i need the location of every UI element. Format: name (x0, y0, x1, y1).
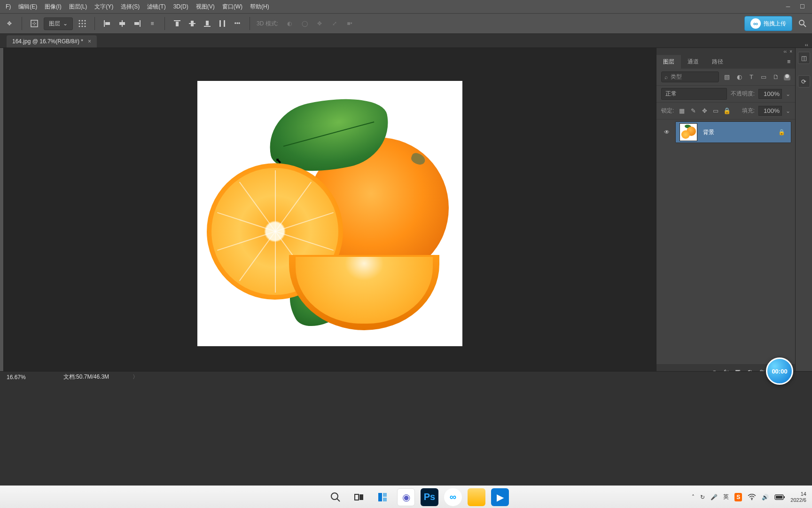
menu-layer[interactable]: 图层(L) (65, 1, 91, 13)
tab-paths[interactable]: 路径 (705, 55, 730, 69)
tab-layers[interactable]: 图层 (656, 55, 681, 69)
tab-channels[interactable]: 通道 (681, 55, 705, 69)
zoom-level[interactable]: 16.67% (7, 374, 26, 381)
filter-shape-icon[interactable]: ▭ (759, 73, 768, 81)
auto-select-layer-dropdown[interactable]: 图层 ⌄ (44, 17, 73, 30)
ime-indicator[interactable]: 英 (723, 493, 729, 501)
menu-window[interactable]: 窗口(W) (219, 1, 246, 13)
screen-recorder-badge[interactable]: 00:00 (766, 357, 793, 385)
opacity-flyout-icon[interactable]: ⌄ (786, 91, 790, 97)
lock-transparency-icon[interactable]: ▦ (678, 107, 686, 115)
baidu-app-icon[interactable]: ∞ (444, 488, 462, 506)
tray-chevron-icon[interactable]: ˄ (692, 494, 695, 500)
svg-point-26 (331, 493, 338, 500)
taskbar-clock[interactable]: 14 2022/6 (790, 491, 806, 502)
menu-select[interactable]: 选择(S) (117, 1, 143, 13)
photoshop-app-icon[interactable]: Ps (421, 488, 438, 506)
roll-3d-icon[interactable]: ◯ (299, 18, 310, 29)
opacity-input[interactable] (758, 89, 782, 99)
align-bottom-icon[interactable] (202, 18, 213, 29)
align-center-h-icon[interactable] (117, 18, 128, 29)
search-icon[interactable] (797, 18, 808, 29)
battery-icon[interactable] (774, 494, 785, 500)
document-tab[interactable]: 164.jpg @ 16.7%(RGB/8#) * × (7, 35, 97, 48)
start-button[interactable] (303, 488, 321, 506)
libraries-icon[interactable]: ◫ (798, 52, 810, 64)
layers-panel: ‹‹ × 图层 通道 路径 ≡ ⌕ 类型 ▧ ◐ T ▭ 🗋 正常 不透 (656, 48, 795, 379)
status-bar: 16.67% 文档:50.7M/46.3M 〉 (0, 371, 812, 382)
pan-3d-icon[interactable]: ✥ (314, 18, 325, 29)
align-left-icon[interactable] (102, 18, 113, 29)
filter-text-icon[interactable]: T (747, 73, 756, 81)
align-center-v-icon[interactable] (187, 18, 198, 29)
scale-3d-icon[interactable]: ■• (344, 18, 355, 29)
chat-app-icon[interactable]: ◉ (397, 488, 415, 506)
more-options-icon[interactable]: ••• (232, 18, 243, 29)
filter-adjustment-icon[interactable]: ◐ (735, 73, 743, 81)
status-chevron-icon[interactable]: 〉 (133, 373, 138, 381)
auto-select-icon[interactable] (29, 18, 40, 29)
orbit-3d-icon[interactable]: ◐ (284, 18, 295, 29)
panel-close-icon[interactable]: × (789, 49, 792, 54)
adjustments-panel-icon[interactable]: ⟳ (798, 75, 810, 87)
filter-pixel-icon[interactable]: ▧ (723, 73, 731, 81)
align-distribute-icon[interactable]: ≡ (147, 18, 158, 29)
filter-toggle-switch[interactable] (784, 74, 790, 80)
layer-thumbnail[interactable] (679, 123, 697, 141)
microphone-icon[interactable]: 🎤 (710, 494, 718, 500)
volume-icon[interactable]: 🔊 (762, 494, 769, 500)
blend-mode-select[interactable]: 正常 (661, 88, 727, 100)
svg-point-7 (79, 26, 80, 27)
menu-text[interactable]: 文字(Y) (91, 1, 117, 13)
menu-image[interactable]: 图像(I) (41, 1, 65, 13)
panel-collapse-icon[interactable]: ‹‹ (783, 49, 787, 54)
menu-edit[interactable]: 编辑(E) (15, 1, 41, 13)
cloud-upload-button[interactable]: ∞ 拖拽上传 (744, 16, 792, 31)
widgets-icon[interactable] (374, 488, 391, 506)
workspace: ⬉ ‹‹ × 图层 通道 路径 ≡ ⌕ 类型 ▧ ◐ T ▭ 🗋 (0, 48, 812, 379)
move-tool-icon[interactable]: ✥ (4, 18, 15, 29)
menu-filter[interactable]: 滤镜(T) (143, 1, 169, 13)
canvas[interactable]: ⬉ (197, 81, 462, 346)
layer-list: 👁 背景 🔒 (656, 119, 795, 364)
close-tab-icon[interactable]: × (88, 38, 91, 45)
lock-position-icon[interactable]: ✥ (700, 107, 709, 115)
wifi-icon[interactable] (748, 494, 756, 500)
layer-dropdown-label: 图层 (49, 20, 60, 28)
transform-controls-icon[interactable] (77, 18, 88, 29)
filter-smart-icon[interactable]: 🗋 (772, 73, 780, 81)
task-view-icon[interactable] (350, 488, 368, 506)
align-top-icon[interactable] (172, 18, 183, 29)
lock-all-icon[interactable]: 🔒 (723, 107, 731, 115)
layer-lock-icon[interactable]: 🔒 (773, 129, 791, 135)
fill-input[interactable] (758, 106, 782, 116)
menu-view[interactable]: 视图(V) (192, 1, 219, 13)
sync-icon[interactable]: ↻ (700, 494, 705, 500)
file-explorer-icon[interactable] (468, 488, 485, 506)
align-spacing-icon[interactable] (217, 18, 228, 29)
blend-opacity-row: 正常 不透明度: ⌄ (656, 86, 795, 103)
video-app-icon[interactable]: ▶ (491, 488, 509, 506)
lock-pixels-icon[interactable]: ✎ (689, 107, 697, 115)
layer-visibility-toggle[interactable]: 👁 (660, 129, 673, 135)
lock-fill-row: 锁定: ▦ ✎ ✥ ▭ 🔒 填充: ⌄ (656, 103, 795, 119)
panel-top-controls: ‹‹ × (656, 48, 795, 55)
align-right-icon[interactable] (132, 18, 143, 29)
lock-artboard-icon[interactable]: ▭ (711, 107, 720, 115)
panel-menu-icon[interactable]: ≡ (782, 58, 795, 65)
fill-flyout-icon[interactable]: ⌄ (786, 108, 790, 114)
layer-type-filter[interactable]: ⌕ 类型 (661, 71, 719, 82)
document-info[interactable]: 文档:50.7M/46.3M (63, 373, 109, 381)
menu-3d[interactable]: 3D(D) (170, 1, 192, 12)
svg-rect-22 (219, 20, 221, 27)
menu-file[interactable]: F) (2, 1, 15, 12)
sogou-ime-icon[interactable]: S (734, 493, 742, 501)
panel-collapse-icon[interactable]: ‹‹ (805, 42, 812, 48)
minimize-button[interactable]: ─ (784, 2, 792, 11)
canvas-area[interactable]: ⬉ (4, 48, 656, 379)
layer-item-background[interactable]: 背景 🔒 (675, 121, 791, 143)
slide-3d-icon[interactable]: ⤢ (329, 18, 340, 29)
search-app-icon[interactable] (327, 488, 344, 506)
menu-help[interactable]: 帮助(H) (246, 1, 273, 13)
maximize-button[interactable]: ☐ (798, 2, 806, 11)
